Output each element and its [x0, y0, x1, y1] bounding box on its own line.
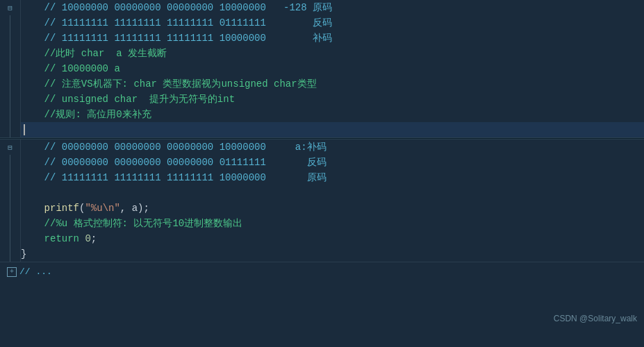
- section2-code: // 00000000 00000000 00000000 10000000 a…: [21, 139, 644, 262]
- code-line: // unsigned char 提升为无符号的int: [21, 92, 644, 107]
- plain-text: }: [21, 246, 26, 262]
- collapsed-section[interactable]: + // ...: [7, 266, 52, 277]
- comment-cn-text: // 10000000 a: [21, 61, 120, 76]
- comment-text: // 11111111 11111111 11111111 01111111 反…: [21, 15, 332, 31]
- section1-collapse-icon[interactable]: ⊟: [0, 0, 20, 15]
- func-text: printf: [21, 201, 79, 216]
- section-2: ⊟ // 00000000 00000000 00000000 10000000…: [0, 139, 644, 262]
- comment-cn-text: //此时 char a 发生截断: [21, 46, 167, 61]
- comment-cn-text: // unsigned char 提升为无符号的int: [21, 92, 235, 107]
- plain-text: , a);: [120, 201, 149, 216]
- plain-text: (: [79, 201, 85, 216]
- code-line: // 11111111 11111111 11111111 10000000 原…: [21, 170, 644, 185]
- comment-cn-text: //%u 格式控制符: 以无符号10进制整数输出: [21, 216, 242, 231]
- comment-text: // 11111111 11111111 11111111 10000000 原…: [21, 170, 327, 185]
- comment-text: // 10000000 00000000 00000000 10000000 -…: [21, 0, 332, 15]
- code-line: // 11111111 11111111 11111111 01111111 反…: [21, 15, 644, 31]
- comment-cn-text: // 注意VS机器下: char 类型数据视为: [21, 76, 221, 92]
- code-line: // 10000000 00000000 00000000 10000000 -…: [21, 0, 644, 15]
- code-line: }: [21, 246, 644, 262]
- string-text: "%u\n": [85, 201, 119, 216]
- code-line: //%u 格式控制符: 以无符号10进制整数输出: [21, 216, 644, 231]
- code-line: printf("%u\n", a);: [21, 201, 644, 216]
- code-line: // 00000000 00000000 00000000 10000000 a…: [21, 139, 644, 155]
- code-line: // 注意VS机器下: char 类型数据视为unsigned char类型: [21, 76, 644, 92]
- bottom-bar: + // ...: [0, 262, 644, 281]
- empty-line: [21, 185, 644, 201]
- code-line: // 10000000 a: [21, 61, 644, 76]
- code-line: // 11111111 11111111 11111111 10000000 补…: [21, 31, 644, 46]
- watermark: CSDN @Solitary_walk: [554, 314, 637, 323]
- expand-icon[interactable]: +: [7, 267, 17, 277]
- code-line: // 00000000 00000000 00000000 01111111 反…: [21, 155, 644, 170]
- comment-text: // 00000000 00000000 00000000 01111111 反…: [21, 155, 327, 170]
- code-line: return 0;: [21, 231, 644, 246]
- code-line: //规则: 高位用0来补充: [21, 107, 644, 122]
- collapsed-label: // ...: [19, 266, 52, 277]
- comment-text: // 11111111 11111111 11111111 10000000 补…: [21, 31, 332, 46]
- number-text: 0: [85, 231, 90, 246]
- section2-collapse-icon[interactable]: ⊟: [0, 139, 20, 155]
- comment-text: // 00000000 00000000 00000000 10000000 a…: [21, 139, 327, 155]
- keyword-text: return: [21, 231, 85, 246]
- keyword-inline: unsigned char: [221, 76, 297, 92]
- plain-text: ;: [91, 231, 97, 246]
- code-editor: ⊟ // 10000000 00000000 00000000 10000000…: [0, 0, 644, 347]
- section-1: ⊟ // 10000000 00000000 00000000 10000000…: [0, 0, 644, 137]
- cursor-line[interactable]: [21, 122, 644, 137]
- code-line: //此时 char a 发生截断: [21, 46, 644, 61]
- cursor-caret: [24, 124, 25, 135]
- section1-code: // 10000000 00000000 00000000 10000000 -…: [21, 0, 644, 137]
- comment-cn-text: //规则: 高位用0来补充: [21, 107, 151, 122]
- comment-cn-text: 类型: [297, 76, 317, 92]
